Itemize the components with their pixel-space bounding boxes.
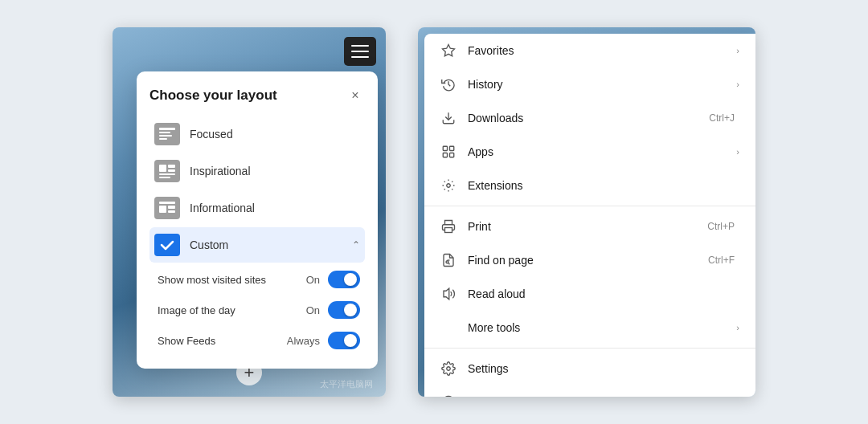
hamburger-button[interactable] [344,37,376,66]
menu-item-print[interactable]: Print Ctrl+P [424,210,755,243]
print-shortcut: Ctrl+P [707,221,735,232]
svg-marker-13 [443,45,455,56]
watermark-cn: 太平洋电脑网 [320,378,373,390]
history-icon [440,76,457,92]
svg-point-25 [443,397,455,398]
layout-option-informational[interactable]: Informational [149,190,365,226]
visited-toggle[interactable] [328,271,360,288]
dialog-title: Choose your layout [149,88,277,104]
history-arrow-icon: › [736,80,739,89]
svg-point-24 [447,367,451,371]
svg-rect-2 [159,135,172,137]
downloads-shortcut: Ctrl+J [709,112,735,124]
menu-item-find[interactable]: Find on page Ctrl+F [424,243,755,277]
svg-line-23 [448,263,450,264]
custom-label: Custom [190,238,342,251]
svg-rect-7 [159,173,175,175]
menu-item-apps[interactable]: Apps › [424,135,755,169]
browser-panel: Choose your layout × Focused [113,27,386,397]
custom-chevron-icon: ⌃ [352,239,360,251]
svg-rect-18 [450,153,454,157]
menu-background: Favorites › History › [418,27,755,397]
moretools-label: More tools [468,321,736,334]
readaloud-label: Read aloud [468,287,739,300]
informational-label: Informational [190,202,360,214]
print-label: Print [468,220,707,233]
menu-item-moretools[interactable]: More tools › [424,311,755,344]
svg-rect-8 [159,177,170,178]
find-label: Find on page [468,254,708,267]
print-icon [440,218,457,234]
image-label: Image of the day [158,304,306,316]
svg-rect-10 [159,206,166,213]
svg-rect-4 [159,165,166,172]
find-shortcut: Ctrl+F [708,255,735,266]
svg-point-19 [447,184,451,188]
feeds-label: Show Feeds [158,335,287,347]
layout-option-focused[interactable]: Focused [149,116,365,152]
svg-point-22 [446,261,448,263]
inspirational-icon [154,160,180,182]
divider-1 [424,206,755,206]
favorites-label: Favorites [468,44,736,57]
svg-rect-16 [450,146,454,150]
custom-section: Show most visited sites On Image of the … [149,264,365,356]
svg-rect-3 [159,138,167,140]
readaloud-icon [440,286,457,302]
svg-rect-1 [159,132,170,133]
layout-dialog: Choose your layout × Focused [137,71,378,369]
custom-row-image: Image of the day On [149,295,365,325]
svg-rect-6 [168,169,175,172]
inspirational-label: Inspirational [190,165,360,177]
pconline-watermark: PConline [680,373,749,390]
focused-label: Focused [190,128,360,141]
apps-icon [440,144,457,160]
help-icon [440,394,457,397]
menu-item-downloads[interactable]: Downloads Ctrl+J [424,101,755,135]
svg-rect-20 [445,228,452,233]
extensions-icon [440,177,457,194]
layout-option-custom[interactable]: Custom ⌃ [149,227,365,263]
custom-icon [154,234,180,256]
svg-rect-12 [168,210,175,213]
informational-icon [154,197,180,219]
visited-label: Show most visited sites [158,274,306,286]
svg-rect-0 [159,128,175,130]
svg-rect-15 [443,146,447,150]
focused-icon [154,123,180,145]
feeds-toggle[interactable] [328,332,360,349]
layout-option-inspirational[interactable]: Inspirational [149,153,365,189]
dialog-header: Choose your layout × [149,86,365,105]
menu-item-history[interactable]: History › [424,67,755,101]
dialog-close-button[interactable]: × [346,86,365,105]
favorites-icon [440,43,457,59]
settings-icon [440,361,457,377]
feeds-status: Always [287,335,320,347]
divider-2 [424,348,755,349]
moretools-arrow-icon: › [736,323,739,332]
help-label: Help and feedback [468,396,736,397]
main-container: Choose your layout × Focused [96,11,772,413]
menu-item-favorites[interactable]: Favorites › [424,34,755,67]
svg-rect-17 [443,153,447,157]
svg-rect-9 [159,202,175,204]
history-label: History [468,78,736,91]
custom-row-visited: Show most visited sites On [149,264,365,295]
extensions-label: Extensions [468,179,739,192]
downloads-label: Downloads [468,112,709,124]
image-status: On [306,304,320,316]
apps-arrow-icon: › [736,147,739,157]
svg-rect-5 [168,165,175,168]
custom-row-feeds: Show Feeds Always [149,325,365,356]
edge-menu: Favorites › History › [424,34,755,397]
downloads-icon [440,110,457,126]
menu-item-extensions[interactable]: Extensions [424,169,755,202]
image-toggle[interactable] [328,301,360,319]
visited-status: On [306,274,320,286]
moretools-icon [440,320,457,336]
find-icon [440,252,457,268]
apps-label: Apps [468,145,736,158]
favorites-arrow-icon: › [736,46,739,55]
menu-item-readaloud[interactable]: Read aloud [424,277,755,311]
svg-rect-11 [168,206,175,209]
